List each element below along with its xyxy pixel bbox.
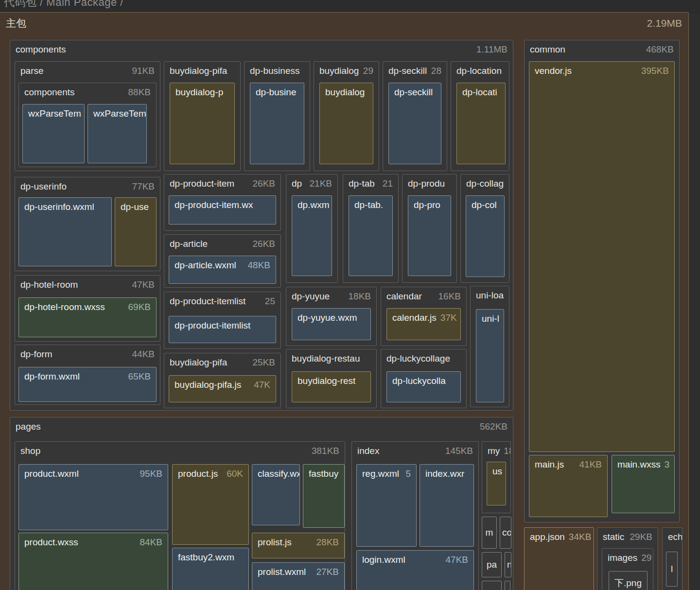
file-tile-dp-locati[interactable]: dp-locati [456, 83, 506, 164]
tile-size: 29 [363, 65, 373, 77]
tile-size: 65KB [128, 371, 151, 382]
tile-name: dp-product-item [170, 178, 234, 190]
file-tile-dp-seckill[interactable]: dp-seckill [388, 83, 441, 164]
file-tile-l[interactable]: l [666, 552, 678, 587]
file-tile-main.js[interactable]: main.js41KB [529, 455, 608, 517]
tile-size: 28 [431, 65, 441, 77]
tile-name: my [488, 445, 500, 457]
file-tile-wxparsetem[interactable]: wxParseTem [22, 104, 85, 163]
file-tile-login.wxml[interactable]: login.wxml47KB [356, 550, 474, 590]
tile-name: main.js [535, 459, 564, 470]
tile-size: 468KB [646, 44, 674, 55]
file-tile-app.json[interactable]: app.json34KB [524, 527, 594, 590]
tile-name: dp-seckill [388, 65, 427, 77]
file-tile-dp-yuyue.wxm[interactable]: dp-yuyue.wxm [292, 308, 371, 340]
tile-size: 41KB [579, 459, 602, 470]
file-tile-product.js[interactable]: product.js60K [172, 464, 249, 545]
file-tile-main.wxss[interactable]: main.wxss3 [612, 455, 675, 513]
tile-name: 主包 [6, 17, 26, 30]
file-tile-buydialog[interactable]: buydialog [319, 83, 373, 164]
tile-size: 47KB [132, 279, 155, 291]
file-tile-vendor.js[interactable]: vendor.js395KB [529, 61, 675, 452]
file-tile-dp-busine[interactable]: dp-busine [250, 83, 304, 164]
file-tile-dp-luckycolla[interactable]: dp-luckycolla [386, 371, 461, 402]
tile-name: product.wxml [24, 468, 79, 480]
file-tile-prolist.js[interactable]: prolist.js28KB [252, 533, 345, 558]
file-tile-dp-pro[interactable]: dp-pro [408, 195, 451, 276]
tile-size: 28KB [316, 537, 339, 548]
file-tile-product.wxss[interactable]: product.wxss84KB [18, 533, 168, 590]
tile-size: 18 [504, 445, 510, 457]
file-tile-wxparsetem[interactable]: wxParseTem [88, 104, 147, 163]
tile-name: buydialog-p [175, 87, 223, 98]
tile-name: dp-userinfo [20, 181, 67, 192]
tile-size: 26KB [253, 238, 275, 250]
file-tile-dp.wxm[interactable]: dp.wxm [292, 195, 332, 276]
tile-name: index.wxr [425, 468, 464, 480]
tile-size: 37K [440, 312, 457, 324]
tile-name: static [603, 531, 624, 543]
file-tile-n[interactable]: n [505, 552, 511, 577]
tile-name: dp-product-itemlist [170, 295, 245, 307]
tile-name: components [16, 44, 66, 55]
file-tile-classify.wx[interactable]: classify.wx [252, 464, 300, 525]
file-tile-product.wxml[interactable]: product.wxml95KB [18, 464, 168, 530]
file-tile-dp-product-item.wx[interactable]: dp-product-item.wx [169, 195, 276, 225]
tile-size: 562KB [480, 421, 508, 433]
tile-size: 44KB [132, 348, 155, 360]
file-tile-prolist.wxml[interactable]: prolist.wxml27KB [252, 562, 345, 590]
file-tile-box[interactable] [505, 581, 510, 590]
tile-name: pages [16, 421, 41, 433]
file-tile-pa[interactable]: pa [482, 552, 502, 577]
file-tile-m[interactable]: m [482, 517, 497, 549]
tile-name: dp-hotel-room [20, 279, 78, 291]
file-tile-buydialog-pifa.js[interactable]: buydialog-pifa.js47K [169, 375, 276, 402]
tile-name: uni-loa [476, 290, 504, 301]
file-tile-uni-l[interactable]: uni-l [476, 309, 504, 402]
file-tile-dp-product-itemlist[interactable]: dp-product-itemlist [169, 316, 276, 343]
file-tile-co[interactable]: co [500, 517, 511, 549]
tile-name: main.wxss [617, 459, 661, 470]
tile-name: n [507, 559, 511, 571]
tile-name: dp-tab [349, 178, 375, 190]
file-tile-fastbuy2.wxm[interactable]: fastbuy2.wxm [172, 548, 249, 590]
tile-name: dp-product-itemlist [175, 320, 250, 331]
file-tile-fastbuy[interactable]: fastbuy [303, 464, 345, 528]
tile-name: fastbuy2.wxm [178, 552, 234, 563]
file-tile-reg.wxml[interactable]: reg.wxml5 [356, 464, 417, 547]
tile-name: dp-userinfo.wxml [24, 201, 94, 213]
tile-name: product.js [178, 468, 218, 480]
tile-name: 下.png [614, 577, 642, 589]
tile-size: 29KB [630, 531, 652, 543]
file-tile-box[interactable] [482, 581, 502, 590]
tile-size: 145KB [445, 445, 473, 457]
tile-size: 381KB [312, 445, 339, 457]
tile-name: buydialog [325, 87, 365, 98]
file-tile-calendar.js[interactable]: calendar.js37K [386, 308, 461, 340]
file-tile-dp-tab.[interactable]: dp-tab. [349, 195, 393, 276]
file-tile-dp-userinfo.wxml[interactable]: dp-userinfo.wxml [18, 197, 112, 266]
file-tile-dp-use[interactable]: dp-use [115, 197, 157, 266]
tile-size: 29 [641, 552, 651, 564]
tile-size: 34KB [569, 531, 591, 543]
file-tile-dp-article.wxml[interactable]: dp-article.wxml48KB [169, 256, 276, 284]
tile-size: 1.11MB [476, 44, 508, 55]
tile-name: l [671, 563, 673, 575]
file-tile-dp-col[interactable]: dp-col [466, 195, 505, 277]
file-tile-下.png[interactable]: 下.png [609, 571, 648, 590]
tile-name: common [530, 44, 565, 55]
tile-name: ech [668, 531, 682, 543]
file-tile-dp-hotel-room.wxss[interactable]: dp-hotel-room.wxss69KB [18, 297, 157, 337]
file-tile-buydialog-rest[interactable]: buydialog-rest [292, 371, 371, 402]
tile-name: parse [20, 65, 44, 77]
tile-name: dp-tab. [354, 199, 383, 211]
file-tile-us[interactable]: us [487, 462, 506, 505]
file-tile-dp-form.wxml[interactable]: dp-form.wxml65KB [18, 367, 157, 402]
tile-name: reg.wxml [362, 468, 399, 480]
tile-name: dp-seckill [394, 87, 433, 98]
tile-name: dp-form.wxml [24, 371, 80, 382]
file-tile-buydialog-p[interactable]: buydialog-p [170, 83, 235, 164]
tile-name: dp-use [121, 201, 149, 213]
tile-name: buydialog-restau [292, 353, 360, 364]
file-tile-index.wxr[interactable]: index.wxr [420, 464, 474, 547]
